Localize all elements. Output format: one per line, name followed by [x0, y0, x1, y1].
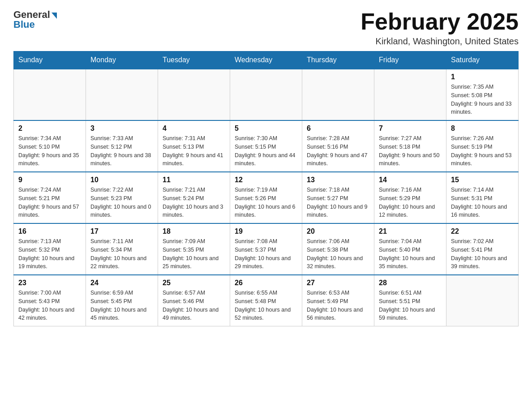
calendar-week-row: 16Sunrise: 7:13 AM Sunset: 5:32 PM Dayli…: [14, 223, 519, 275]
calendar-week-row: 23Sunrise: 7:00 AM Sunset: 5:43 PM Dayli…: [14, 275, 519, 326]
main-title: February 2025: [360, 9, 519, 34]
calendar-day-cell: 18Sunrise: 7:09 AM Sunset: 5:35 PM Dayli…: [158, 223, 230, 275]
calendar-day-cell: 21Sunrise: 7:04 AM Sunset: 5:40 PM Dayli…: [374, 223, 446, 275]
day-of-week-header: Monday: [86, 51, 158, 69]
day-info: Sunrise: 7:19 AM Sunset: 5:26 PM Dayligh…: [235, 186, 297, 219]
title-section: February 2025 Kirkland, Washington, Unit…: [360, 9, 519, 47]
day-number: 3: [90, 124, 153, 133]
subtitle: Kirkland, Washington, United States: [360, 36, 519, 47]
calendar-day-cell: 19Sunrise: 7:08 AM Sunset: 5:37 PM Dayli…: [230, 223, 302, 275]
day-number: 17: [90, 227, 153, 235]
calendar-day-cell: 10Sunrise: 7:22 AM Sunset: 5:23 PM Dayli…: [86, 172, 158, 223]
day-info: Sunrise: 7:18 AM Sunset: 5:27 PM Dayligh…: [307, 186, 369, 219]
calendar-day-cell: 16Sunrise: 7:13 AM Sunset: 5:32 PM Dayli…: [14, 223, 86, 275]
calendar-day-cell: 13Sunrise: 7:18 AM Sunset: 5:27 PM Dayli…: [302, 172, 374, 223]
calendar-day-cell: 3Sunrise: 7:33 AM Sunset: 5:12 PM Daylig…: [86, 120, 158, 172]
calendar-day-cell: [230, 69, 302, 120]
day-number: 24: [90, 279, 153, 287]
day-number: 4: [163, 124, 225, 133]
day-info: Sunrise: 7:28 AM Sunset: 5:16 PM Dayligh…: [307, 134, 369, 168]
day-number: 23: [18, 279, 81, 287]
calendar-day-cell: [302, 69, 374, 120]
calendar-day-cell: 1Sunrise: 7:35 AM Sunset: 5:08 PM Daylig…: [446, 69, 519, 120]
calendar-week-row: 1Sunrise: 7:35 AM Sunset: 5:08 PM Daylig…: [14, 69, 519, 120]
day-info: Sunrise: 6:53 AM Sunset: 5:49 PM Dayligh…: [307, 289, 369, 322]
calendar-day-cell: 24Sunrise: 6:59 AM Sunset: 5:45 PM Dayli…: [86, 275, 158, 326]
day-number: 13: [307, 176, 369, 184]
day-number: 15: [451, 176, 514, 184]
day-info: Sunrise: 7:00 AM Sunset: 5:43 PM Dayligh…: [18, 289, 81, 322]
day-number: 20: [307, 227, 369, 235]
calendar-day-cell: 28Sunrise: 6:51 AM Sunset: 5:51 PM Dayli…: [374, 275, 446, 326]
logo-arrow-icon: [51, 13, 57, 19]
day-info: Sunrise: 7:16 AM Sunset: 5:29 PM Dayligh…: [379, 186, 442, 219]
logo-blue-text: Blue: [13, 19, 35, 30]
day-info: Sunrise: 7:02 AM Sunset: 5:41 PM Dayligh…: [451, 237, 514, 271]
day-number: 9: [18, 176, 81, 184]
day-number: 8: [451, 124, 514, 133]
calendar-day-cell: [374, 69, 446, 120]
calendar-day-cell: 14Sunrise: 7:16 AM Sunset: 5:29 PM Dayli…: [374, 172, 446, 223]
day-info: Sunrise: 7:14 AM Sunset: 5:31 PM Dayligh…: [451, 186, 514, 219]
day-info: Sunrise: 7:06 AM Sunset: 5:38 PM Dayligh…: [307, 237, 369, 271]
day-info: Sunrise: 6:51 AM Sunset: 5:51 PM Dayligh…: [379, 289, 442, 322]
calendar-week-row: 9Sunrise: 7:24 AM Sunset: 5:21 PM Daylig…: [14, 172, 519, 223]
calendar-day-cell: [14, 69, 86, 120]
day-info: Sunrise: 7:27 AM Sunset: 5:18 PM Dayligh…: [379, 134, 442, 168]
calendar-day-cell: 2Sunrise: 7:34 AM Sunset: 5:10 PM Daylig…: [14, 120, 86, 172]
day-info: Sunrise: 7:24 AM Sunset: 5:21 PM Dayligh…: [18, 186, 81, 219]
calendar-day-cell: 23Sunrise: 7:00 AM Sunset: 5:43 PM Dayli…: [14, 275, 86, 326]
day-of-week-header: Friday: [374, 51, 446, 69]
calendar-day-cell: 27Sunrise: 6:53 AM Sunset: 5:49 PM Dayli…: [302, 275, 374, 326]
day-number: 1: [451, 73, 514, 81]
day-of-week-header: Saturday: [446, 51, 519, 69]
calendar-day-cell: 4Sunrise: 7:31 AM Sunset: 5:13 PM Daylig…: [158, 120, 230, 172]
day-info: Sunrise: 6:57 AM Sunset: 5:46 PM Dayligh…: [163, 289, 225, 322]
calendar-day-cell: 17Sunrise: 7:11 AM Sunset: 5:34 PM Dayli…: [86, 223, 158, 275]
calendar-day-cell: 15Sunrise: 7:14 AM Sunset: 5:31 PM Dayli…: [446, 172, 519, 223]
day-number: 18: [163, 227, 225, 235]
day-number: 14: [379, 176, 442, 184]
calendar-week-row: 2Sunrise: 7:34 AM Sunset: 5:10 PM Daylig…: [14, 120, 519, 172]
day-info: Sunrise: 6:59 AM Sunset: 5:45 PM Dayligh…: [90, 289, 153, 322]
day-number: 10: [90, 176, 153, 184]
calendar-day-cell: 22Sunrise: 7:02 AM Sunset: 5:41 PM Dayli…: [446, 223, 519, 275]
day-info: Sunrise: 7:09 AM Sunset: 5:35 PM Dayligh…: [163, 237, 225, 271]
logo: General Blue: [13, 9, 57, 30]
day-info: Sunrise: 7:08 AM Sunset: 5:37 PM Dayligh…: [235, 237, 297, 271]
calendar-day-cell: 26Sunrise: 6:55 AM Sunset: 5:48 PM Dayli…: [230, 275, 302, 326]
calendar-table: SundayMondayTuesdayWednesdayThursdayFrid…: [13, 51, 519, 326]
day-number: 6: [307, 124, 369, 133]
day-info: Sunrise: 7:31 AM Sunset: 5:13 PM Dayligh…: [163, 134, 225, 168]
day-number: 26: [235, 279, 297, 287]
day-number: 19: [235, 227, 297, 235]
day-info: Sunrise: 7:04 AM Sunset: 5:40 PM Dayligh…: [379, 237, 442, 271]
day-info: Sunrise: 7:35 AM Sunset: 5:08 PM Dayligh…: [451, 83, 514, 116]
calendar-day-cell: 12Sunrise: 7:19 AM Sunset: 5:26 PM Dayli…: [230, 172, 302, 223]
day-info: Sunrise: 7:22 AM Sunset: 5:23 PM Dayligh…: [90, 186, 153, 219]
day-number: 27: [307, 279, 369, 287]
day-number: 2: [18, 124, 81, 133]
day-number: 11: [163, 176, 225, 184]
day-of-week-header: Sunday: [14, 51, 86, 69]
day-info: Sunrise: 7:33 AM Sunset: 5:12 PM Dayligh…: [90, 134, 153, 168]
day-info: Sunrise: 6:55 AM Sunset: 5:48 PM Dayligh…: [235, 289, 297, 322]
calendar-day-cell: 11Sunrise: 7:21 AM Sunset: 5:24 PM Dayli…: [158, 172, 230, 223]
day-number: 28: [379, 279, 442, 287]
calendar-day-cell: 20Sunrise: 7:06 AM Sunset: 5:38 PM Dayli…: [302, 223, 374, 275]
day-info: Sunrise: 7:11 AM Sunset: 5:34 PM Dayligh…: [90, 237, 153, 271]
day-number: 7: [379, 124, 442, 133]
calendar-day-cell: 5Sunrise: 7:30 AM Sunset: 5:15 PM Daylig…: [230, 120, 302, 172]
calendar-day-cell: 9Sunrise: 7:24 AM Sunset: 5:21 PM Daylig…: [14, 172, 86, 223]
day-info: Sunrise: 7:30 AM Sunset: 5:15 PM Dayligh…: [235, 134, 297, 168]
calendar-day-cell: [446, 275, 519, 326]
day-number: 12: [235, 176, 297, 184]
page-header: General Blue February 2025 Kirkland, Was…: [13, 9, 519, 47]
day-of-week-header: Wednesday: [230, 51, 302, 69]
day-of-week-header: Tuesday: [158, 51, 230, 69]
calendar-header-row: SundayMondayTuesdayWednesdayThursdayFrid…: [14, 51, 519, 69]
day-of-week-header: Thursday: [302, 51, 374, 69]
day-number: 25: [163, 279, 225, 287]
calendar-day-cell: 7Sunrise: 7:27 AM Sunset: 5:18 PM Daylig…: [374, 120, 446, 172]
day-info: Sunrise: 7:34 AM Sunset: 5:10 PM Dayligh…: [18, 134, 81, 168]
